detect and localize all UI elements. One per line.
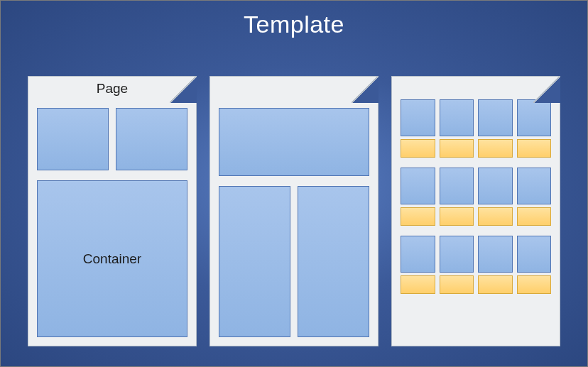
grid-cell-blue (440, 236, 474, 273)
grid-row-yellow (401, 139, 551, 158)
grid-cell-yellow (440, 139, 474, 158)
grid-cell-blue (517, 168, 552, 204)
grid-group (401, 99, 551, 158)
grid-cell-yellow (401, 207, 435, 226)
container-block (219, 186, 290, 337)
grid-cell-blue (478, 99, 513, 136)
pages-row: Page Container (28, 76, 560, 346)
page-card-1: Page Container (28, 76, 197, 346)
grid-cell-yellow (478, 275, 513, 294)
grid-cell-blue (401, 168, 435, 204)
container-block (116, 108, 187, 170)
grid-cell-yellow (401, 275, 435, 294)
page3-groups (401, 99, 551, 337)
page1-bottom-row: Container (37, 180, 187, 337)
grid-cell-blue (517, 236, 552, 273)
grid-cell-blue (401, 99, 435, 136)
grid-row-yellow (401, 275, 551, 294)
grid-group (401, 236, 551, 294)
grid-cell-blue (440, 99, 474, 136)
grid-cell-yellow (517, 207, 552, 226)
grid-row-blue (401, 168, 551, 204)
grid-cell-yellow (440, 207, 474, 226)
page1-top-row (37, 108, 187, 170)
grid-cell-yellow (517, 275, 552, 294)
grid-cell-yellow (478, 207, 513, 226)
page2-bottom-row (219, 186, 369, 337)
page-card-2 (209, 76, 379, 346)
grid-cell-yellow (517, 139, 552, 158)
grid-cell-blue (401, 236, 435, 273)
container-block (37, 108, 109, 170)
grid-cell-yellow (440, 275, 474, 294)
grid-row-blue (401, 99, 551, 136)
grid-cell-yellow (478, 139, 513, 158)
grid-row-blue (401, 236, 551, 273)
grid-cell-blue (478, 168, 513, 204)
container-block-labeled: Container (37, 180, 187, 337)
grid-cell-blue (517, 99, 552, 136)
page-label: Page (28, 81, 196, 97)
page2-top-row (219, 108, 369, 176)
page-card-3 (391, 76, 560, 346)
grid-cell-blue (440, 168, 474, 204)
grid-cell-yellow (401, 139, 435, 158)
grid-cell-blue (478, 236, 513, 273)
diagram-title: Template (1, 1, 587, 38)
grid-group (401, 168, 551, 226)
container-block (219, 108, 369, 176)
container-block (298, 186, 369, 337)
grid-row-yellow (401, 207, 551, 226)
